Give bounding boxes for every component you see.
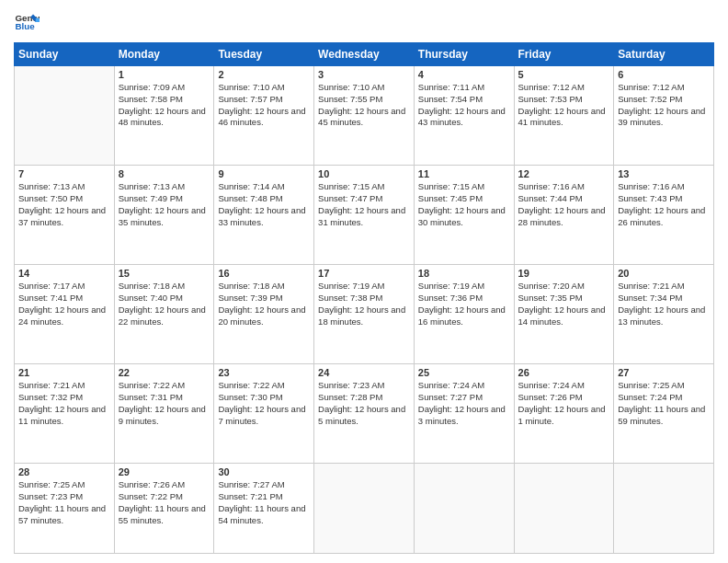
day-info: Sunrise: 7:12 AMSunset: 7:52 PMDaylight:… bbox=[618, 82, 710, 129]
cell-19: 19Sunrise: 7:20 AMSunset: 7:35 PMDayligh… bbox=[514, 265, 614, 364]
day-number: 9 bbox=[218, 168, 310, 179]
day-number: 13 bbox=[618, 168, 710, 179]
cell-26: 26Sunrise: 7:24 AMSunset: 7:26 PMDayligh… bbox=[514, 364, 614, 464]
day-number: 14 bbox=[18, 268, 110, 279]
day-info: Sunrise: 7:24 AMSunset: 7:26 PMDaylight:… bbox=[518, 380, 610, 427]
svg-text:Blue: Blue bbox=[15, 21, 35, 31]
day-info: Sunrise: 7:22 AMSunset: 7:30 PMDaylight:… bbox=[218, 380, 310, 427]
day-info: Sunrise: 7:13 AMSunset: 7:49 PMDaylight:… bbox=[119, 181, 210, 228]
cell-7: 7Sunrise: 7:13 AMSunset: 7:50 PMDaylight… bbox=[15, 166, 115, 265]
day-info: Sunrise: 7:21 AMSunset: 7:32 PMDaylight:… bbox=[18, 380, 110, 427]
day-number: 20 bbox=[618, 268, 710, 279]
cell-13: 13Sunrise: 7:16 AMSunset: 7:43 PMDayligh… bbox=[614, 166, 714, 265]
cell-empty bbox=[314, 464, 415, 554]
day-number: 24 bbox=[318, 367, 410, 378]
col-header-saturday: Saturday bbox=[614, 43, 714, 66]
day-info: Sunrise: 7:22 AMSunset: 7:31 PMDaylight:… bbox=[119, 380, 210, 427]
col-header-monday: Monday bbox=[114, 43, 214, 66]
day-number: 21 bbox=[18, 367, 110, 378]
day-info: Sunrise: 7:21 AMSunset: 7:34 PMDaylight:… bbox=[618, 281, 710, 327]
day-number: 7 bbox=[18, 168, 110, 179]
cell-14: 14Sunrise: 7:17 AMSunset: 7:41 PMDayligh… bbox=[15, 265, 115, 364]
day-info: Sunrise: 7:14 AMSunset: 7:48 PMDaylight:… bbox=[218, 181, 310, 228]
day-number: 11 bbox=[418, 168, 510, 179]
day-info: Sunrise: 7:10 AMSunset: 7:57 PMDaylight:… bbox=[218, 82, 310, 129]
day-info: Sunrise: 7:19 AMSunset: 7:38 PMDaylight:… bbox=[318, 281, 410, 327]
day-number: 30 bbox=[218, 466, 310, 477]
day-info: Sunrise: 7:15 AMSunset: 7:47 PMDaylight:… bbox=[318, 181, 410, 228]
cell-18: 18Sunrise: 7:19 AMSunset: 7:36 PMDayligh… bbox=[414, 265, 514, 364]
day-number: 28 bbox=[18, 466, 110, 477]
cell-17: 17Sunrise: 7:19 AMSunset: 7:38 PMDayligh… bbox=[314, 265, 415, 364]
day-info: Sunrise: 7:24 AMSunset: 7:27 PMDaylight:… bbox=[418, 380, 510, 427]
day-number: 1 bbox=[119, 69, 210, 80]
day-info: Sunrise: 7:15 AMSunset: 7:45 PMDaylight:… bbox=[418, 181, 510, 228]
calendar-table: SundayMondayTuesdayWednesdayThursdayFrid… bbox=[14, 42, 714, 554]
day-number: 3 bbox=[318, 69, 410, 80]
day-number: 17 bbox=[318, 268, 410, 279]
col-header-friday: Friday bbox=[514, 43, 614, 66]
cell-27: 27Sunrise: 7:25 AMSunset: 7:24 PMDayligh… bbox=[614, 364, 714, 464]
day-info: Sunrise: 7:16 AMSunset: 7:43 PMDaylight:… bbox=[618, 181, 710, 228]
cell-10: 10Sunrise: 7:15 AMSunset: 7:47 PMDayligh… bbox=[314, 166, 415, 265]
day-info: Sunrise: 7:23 AMSunset: 7:28 PMDaylight:… bbox=[318, 380, 410, 427]
day-number: 15 bbox=[119, 268, 210, 279]
logo-icon: General Blue bbox=[14, 9, 40, 35]
day-number: 27 bbox=[618, 367, 710, 378]
cell-empty bbox=[614, 464, 714, 554]
day-number: 6 bbox=[618, 69, 710, 80]
day-number: 29 bbox=[119, 466, 210, 477]
cell-12: 12Sunrise: 7:16 AMSunset: 7:44 PMDayligh… bbox=[514, 166, 614, 265]
col-header-thursday: Thursday bbox=[414, 43, 514, 66]
cell-29: 29Sunrise: 7:26 AMSunset: 7:22 PMDayligh… bbox=[114, 464, 214, 554]
day-info: Sunrise: 7:16 AMSunset: 7:44 PMDaylight:… bbox=[518, 181, 610, 228]
day-number: 8 bbox=[119, 168, 210, 179]
day-number: 5 bbox=[518, 69, 610, 80]
cell-empty bbox=[514, 464, 614, 554]
cell-5: 5Sunrise: 7:12 AMSunset: 7:53 PMDaylight… bbox=[514, 66, 614, 166]
cell-30: 30Sunrise: 7:27 AMSunset: 7:21 PMDayligh… bbox=[214, 464, 314, 554]
day-number: 25 bbox=[418, 367, 510, 378]
col-header-wednesday: Wednesday bbox=[314, 43, 415, 66]
day-number: 2 bbox=[218, 69, 310, 80]
day-info: Sunrise: 7:25 AMSunset: 7:23 PMDaylight:… bbox=[18, 479, 110, 526]
day-info: Sunrise: 7:18 AMSunset: 7:40 PMDaylight:… bbox=[119, 281, 210, 327]
day-info: Sunrise: 7:12 AMSunset: 7:53 PMDaylight:… bbox=[518, 82, 610, 129]
day-info: Sunrise: 7:20 AMSunset: 7:35 PMDaylight:… bbox=[518, 281, 610, 327]
cell-16: 16Sunrise: 7:18 AMSunset: 7:39 PMDayligh… bbox=[214, 265, 314, 364]
day-info: Sunrise: 7:27 AMSunset: 7:21 PMDaylight:… bbox=[218, 479, 310, 526]
cell-2: 2Sunrise: 7:10 AMSunset: 7:57 PMDaylight… bbox=[214, 66, 314, 166]
cell-4: 4Sunrise: 7:11 AMSunset: 7:54 PMDaylight… bbox=[414, 66, 514, 166]
day-number: 10 bbox=[318, 168, 410, 179]
cell-3: 3Sunrise: 7:10 AMSunset: 7:55 PMDaylight… bbox=[314, 66, 415, 166]
day-info: Sunrise: 7:09 AMSunset: 7:58 PMDaylight:… bbox=[119, 82, 210, 129]
day-number: 23 bbox=[218, 367, 310, 378]
day-number: 12 bbox=[518, 168, 610, 179]
cell-20: 20Sunrise: 7:21 AMSunset: 7:34 PMDayligh… bbox=[614, 265, 714, 364]
day-info: Sunrise: 7:19 AMSunset: 7:36 PMDaylight:… bbox=[418, 281, 510, 327]
cell-8: 8Sunrise: 7:13 AMSunset: 7:49 PMDaylight… bbox=[114, 166, 214, 265]
page: General Blue SundayMondayTuesdayWednesda… bbox=[0, 0, 728, 563]
day-number: 19 bbox=[518, 268, 610, 279]
day-info: Sunrise: 7:17 AMSunset: 7:41 PMDaylight:… bbox=[18, 281, 110, 327]
cell-9: 9Sunrise: 7:14 AMSunset: 7:48 PMDaylight… bbox=[214, 166, 314, 265]
cell-22: 22Sunrise: 7:22 AMSunset: 7:31 PMDayligh… bbox=[114, 364, 214, 464]
day-number: 26 bbox=[518, 367, 610, 378]
cell-28: 28Sunrise: 7:25 AMSunset: 7:23 PMDayligh… bbox=[15, 464, 115, 554]
header: General Blue bbox=[14, 9, 714, 35]
day-number: 4 bbox=[418, 69, 510, 80]
cell-empty bbox=[15, 66, 115, 166]
cell-11: 11Sunrise: 7:15 AMSunset: 7:45 PMDayligh… bbox=[414, 166, 514, 265]
cell-1: 1Sunrise: 7:09 AMSunset: 7:58 PMDaylight… bbox=[114, 66, 214, 166]
cell-25: 25Sunrise: 7:24 AMSunset: 7:27 PMDayligh… bbox=[414, 364, 514, 464]
cell-21: 21Sunrise: 7:21 AMSunset: 7:32 PMDayligh… bbox=[15, 364, 115, 464]
day-info: Sunrise: 7:11 AMSunset: 7:54 PMDaylight:… bbox=[418, 82, 510, 129]
day-number: 16 bbox=[218, 268, 310, 279]
day-info: Sunrise: 7:26 AMSunset: 7:22 PMDaylight:… bbox=[119, 479, 210, 526]
cell-24: 24Sunrise: 7:23 AMSunset: 7:28 PMDayligh… bbox=[314, 364, 415, 464]
day-number: 22 bbox=[119, 367, 210, 378]
cell-23: 23Sunrise: 7:22 AMSunset: 7:30 PMDayligh… bbox=[214, 364, 314, 464]
svg-marker-3 bbox=[36, 18, 40, 22]
cell-6: 6Sunrise: 7:12 AMSunset: 7:52 PMDaylight… bbox=[614, 66, 714, 166]
day-info: Sunrise: 7:25 AMSunset: 7:24 PMDaylight:… bbox=[618, 380, 710, 427]
